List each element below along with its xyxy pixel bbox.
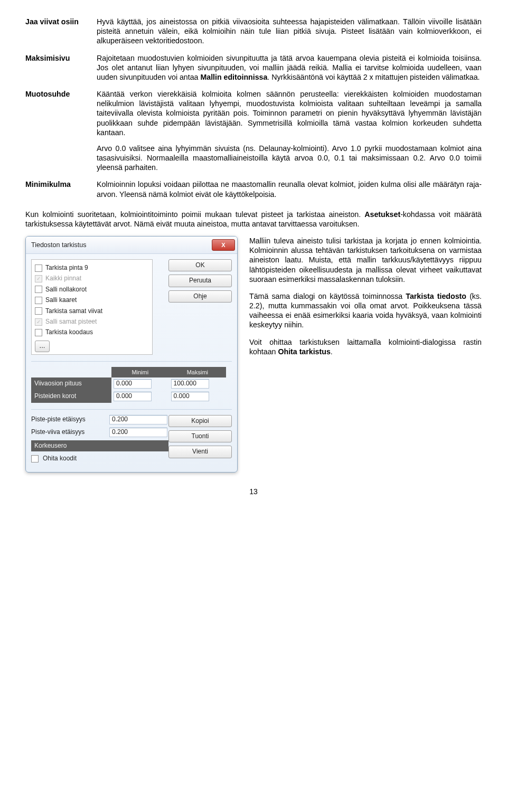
dialog-lower-buttons: Kopioi Tuonti Vienti: [168, 415, 232, 458]
divider: [31, 361, 232, 362]
checkbox-salli-nollakorot[interactable]: [35, 286, 42, 293]
body-minimikulma-p: Kolmioinnin lopuksi voidaan piilottaa ne…: [97, 180, 482, 199]
ok-button[interactable]: OK: [168, 259, 232, 271]
browse-button[interactable]: ...: [35, 341, 50, 352]
label-piste-piste: Piste-piste etäisyys: [31, 416, 105, 423]
definitions-table: Jaa viivat osiin Hyvä käyttää, jos ainei…: [25, 17, 482, 206]
checkbox-salli-samat-pisteet: ✓: [35, 318, 42, 326]
label-tarkista-koodaus: Tarkista koodaus: [45, 328, 93, 336]
close-icon: X: [221, 242, 225, 248]
dialog-title: Tiedoston tarkistus: [31, 241, 86, 249]
label-pisteiden-korot: Pisteiden korot: [31, 390, 111, 403]
label-tarkista-pinta9: Tarkista pinta 9: [45, 264, 88, 272]
body-maksimisivu: Rajoitetaan muodostuvien kolmioiden sivu…: [97, 53, 482, 90]
checkbox-kaikki-pinnat: ✓: [35, 275, 42, 282]
label-salli-kaaret: Salli kaaret: [45, 296, 77, 304]
body-jaa-viivat-p: Hyvä käyttää, jos aineistossa on pitkiä …: [97, 17, 482, 46]
page-number: 13: [25, 487, 482, 497]
body-jaa-viivat: Hyvä käyttää, jos aineistossa on pitkiä …: [97, 17, 482, 53]
dialog-tiedoston-tarkistus: Tiedoston tarkistus X Tarkista pinta 9 ✓…: [25, 236, 238, 473]
side-p3: Voit ohittaa tarkistuksen laittamalla ko…: [249, 337, 482, 356]
label-tarkista-samat-viivat: Tarkista samat viivat: [45, 307, 102, 315]
close-button[interactable]: X: [212, 239, 235, 251]
body-muotosuhde-p2: Arvo 0.0 valitsee aina lyhyimmän sivuist…: [97, 144, 482, 173]
side-p1: Malliin tuleva aineisto tulisi tarkistaa…: [249, 236, 482, 284]
input-pisteidenkorot-max[interactable]: 0.000: [171, 392, 209, 401]
head-maksimi: Maksimi: [169, 367, 227, 377]
term-muotosuhde: Muotosuhde: [25, 89, 97, 180]
checkbox-salli-kaaret[interactable]: [35, 297, 42, 304]
term-maksimisivu: Maksimisivu: [25, 53, 97, 90]
input-piste-piste[interactable]: 0.200: [109, 415, 167, 424]
label-kaikki-pinnat: Kaikki pinnat: [45, 275, 81, 282]
checkbox-tarkista-samat-viivat[interactable]: [35, 307, 42, 315]
paragraph-after-defs: Kun kolmiointi suoritetaan, kolmiointito…: [25, 210, 482, 229]
para-after-defs-bold: Asetukset: [364, 210, 400, 219]
side-p2-bold: Tarkista tiedosto: [406, 292, 466, 300]
metrics-block: Piste-piste etäisyys 0.200 Piste-viiva e…: [31, 415, 168, 466]
export-button[interactable]: Vienti: [168, 446, 232, 458]
cancel-button[interactable]: Peruuta: [168, 275, 232, 287]
side-p2a: Tämä sama dialogi on käytössä toiminnoss…: [249, 292, 406, 300]
para-after-defs-a: Kun kolmiointi suoritetaan, kolmiointito…: [25, 210, 364, 219]
label-piste-viiva: Piste-viiva etäisyys: [31, 428, 105, 436]
label-korkeusero: Korkeusero: [31, 440, 168, 451]
input-viivaosio-max[interactable]: 100.000: [171, 379, 209, 389]
side-p2: Tämä sama dialogi on käytössä toiminnoss…: [249, 291, 482, 330]
side-text-column: Malliin tuleva aineisto tulisi tarkistaa…: [249, 236, 482, 364]
body-muotosuhde-p1: Kääntää verkon vierekkäisiä kolmioita ko…: [97, 89, 482, 137]
label-viivaosion-pituus: Viivaosion pituus: [31, 377, 111, 390]
input-piste-viiva[interactable]: 0.200: [109, 428, 167, 437]
copy-button[interactable]: Kopioi: [168, 415, 232, 427]
side-p3b: .: [331, 347, 333, 356]
term-jaa-viivat: Jaa viivat osiin: [25, 17, 97, 53]
checkbox-tarkista-koodaus[interactable]: [35, 329, 42, 336]
body-maksimisivu-p: Rajoitetaan muodostuvien kolmioiden sivu…: [97, 53, 482, 82]
body-muotosuhde: Kääntää verkon vierekkäisiä kolmioita ko…: [97, 89, 482, 180]
dialog-button-column: OK Peruuta Ohje: [168, 259, 232, 355]
label-ohita-koodit: Ohita koodit: [43, 455, 77, 462]
min-max-table: Minimi Maksimi Viivaosion pituus 0.000 1…: [31, 367, 232, 403]
divider-2: [31, 409, 232, 410]
head-minimi: Minimi: [111, 367, 169, 377]
body-minimikulma: Kolmioinnin lopuksi voidaan piilottaa ne…: [97, 180, 482, 206]
side-p3-bold: Ohita tarkistus: [278, 347, 330, 356]
checkbox-panel: Tarkista pinta 9 ✓Kaikki pinnat Salli no…: [31, 259, 153, 355]
input-viivaosio-min[interactable]: 0.000: [114, 379, 152, 389]
term-minimikulma: Minimikulma: [25, 180, 97, 206]
checkbox-ohita-koodit[interactable]: [31, 455, 39, 462]
checkbox-tarkista-pinta9[interactable]: [35, 265, 42, 272]
dialog-titlebar: Tiedoston tarkistus X: [26, 237, 237, 254]
label-salli-nollakorot: Salli nollakorot: [45, 286, 87, 294]
label-salli-samat-pisteet: Salli samat pisteet: [45, 318, 97, 326]
input-pisteidenkorot-min[interactable]: 0.000: [114, 392, 152, 401]
import-button[interactable]: Tuonti: [168, 430, 232, 442]
help-button[interactable]: Ohje: [168, 290, 232, 303]
